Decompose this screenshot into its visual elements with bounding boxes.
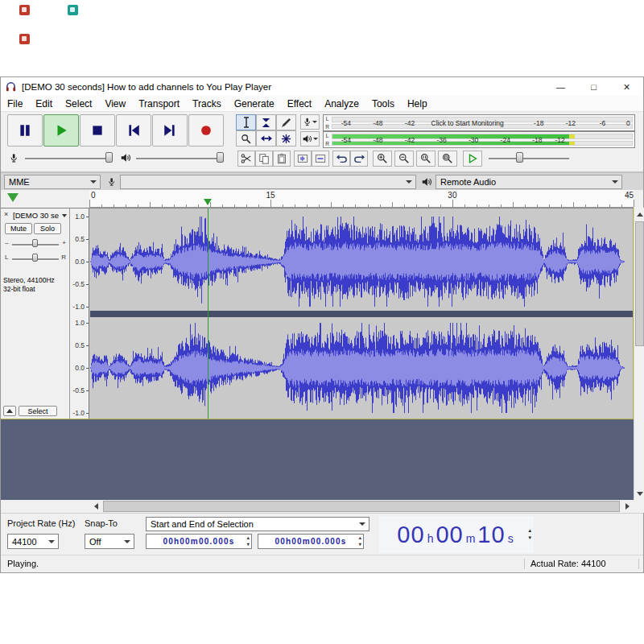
redo-button[interactable] — [350, 151, 368, 167]
undo-button[interactable] — [332, 151, 350, 167]
skip-to-end-button[interactable] — [152, 114, 188, 147]
slider-thumb[interactable] — [516, 152, 523, 163]
pause-icon — [18, 123, 32, 138]
selection-start-field[interactable]: 00h00m00.000s ▴▾ — [146, 534, 252, 549]
amplitude-tick — [86, 390, 89, 391]
slider-groove — [136, 158, 223, 159]
solo-button[interactable]: Solo — [34, 223, 61, 234]
timeline-tick — [609, 204, 610, 208]
menu-generate[interactable]: Generate — [228, 97, 281, 111]
horizontal-scroll-thumb[interactable] — [103, 501, 620, 512]
timeline-ruler[interactable]: 0153045 — [89, 190, 634, 208]
amplitude-ruler[interactable]: 1.00.50.0-0.5-1.01.00.50.0-0.5-1.0 — [70, 208, 89, 419]
zoom-tool-button[interactable] — [236, 130, 256, 147]
cut-button[interactable] — [237, 151, 255, 167]
mute-button[interactable]: Mute — [5, 223, 32, 234]
spinner-icon[interactable]: ▴▾ — [528, 526, 531, 541]
envelope-tool-icon — [261, 118, 271, 128]
copy-button[interactable] — [255, 151, 273, 167]
menu-edit[interactable]: Edit — [29, 97, 59, 111]
selection-tool-icon — [242, 117, 251, 128]
play-button[interactable] — [43, 114, 79, 147]
paste-button[interactable] — [273, 151, 291, 167]
arrow-left-icon — [94, 503, 98, 510]
minimize-button[interactable]: — — [544, 77, 577, 96]
amplitude-tick — [86, 284, 89, 285]
slider-thumb[interactable] — [32, 254, 38, 262]
play-speed-slider[interactable] — [487, 151, 571, 165]
record-button[interactable] — [188, 114, 224, 147]
track-collapse-button[interactable] — [3, 406, 16, 416]
waveform-canvas[interactable] — [90, 208, 634, 419]
horizontal-scrollbar[interactable] — [1, 500, 634, 513]
gain-slider[interactable]: – + — [5, 238, 66, 250]
skip-to-start-button[interactable] — [116, 114, 151, 147]
zoom-in-button[interactable] — [373, 151, 392, 167]
zoom-out-button[interactable] — [394, 151, 414, 167]
audio-host-select[interactable]: MME — [4, 175, 101, 189]
output-device-icon — [421, 176, 432, 188]
zoom-fit-button[interactable] — [438, 151, 457, 167]
slider-thumb[interactable] — [105, 152, 113, 163]
timeshift-tool-button[interactable] — [256, 130, 276, 147]
stop-button[interactable] — [80, 114, 115, 147]
zoom-selection-button[interactable] — [416, 151, 436, 167]
audio-position-display[interactable]: 00 h 00 m 10 s ▴▾ — [379, 516, 534, 553]
menu-analyze[interactable]: Analyze — [318, 97, 365, 111]
scroll-left-button[interactable] — [89, 500, 102, 513]
arrow-up-icon — [637, 213, 643, 217]
selection-tool-button[interactable] — [236, 114, 256, 130]
snap-to-select[interactable]: Off — [85, 534, 134, 549]
pause-button[interactable] — [7, 114, 43, 147]
scroll-right-button[interactable] — [621, 500, 634, 513]
track-title[interactable]: [DEMO 30 se — [13, 211, 61, 220]
recording-device-select[interactable] — [120, 175, 416, 189]
silence-audio-button[interactable] — [312, 151, 329, 167]
timeline-tick — [89, 200, 90, 207]
recording-meter[interactable]: L R Click to Start Monitoring -54-48-42-… — [323, 114, 635, 131]
trim-audio-button[interactable] — [294, 151, 312, 167]
close-button[interactable]: × — [610, 77, 643, 96]
track-menu-icon[interactable] — [62, 214, 67, 217]
menu-view[interactable]: View — [98, 97, 132, 111]
scroll-down-button[interactable] — [634, 487, 644, 500]
play-at-speed-icon — [467, 153, 478, 164]
menu-effect[interactable]: Effect — [281, 97, 318, 111]
menu-tracks[interactable]: Tracks — [186, 97, 228, 111]
spinner-icon[interactable]: ▴▾ — [359, 535, 362, 547]
scroll-up-button[interactable] — [634, 208, 644, 221]
track-close-button[interactable]: × — [4, 210, 8, 218]
maximize-button[interactable]: □ — [577, 77, 610, 96]
timeline-label: 0 — [91, 191, 96, 200]
menu-file[interactable]: File — [1, 97, 29, 111]
menu-tools[interactable]: Tools — [365, 97, 401, 111]
record-meter-button[interactable] — [300, 114, 320, 130]
slider-thumb[interactable] — [32, 239, 38, 247]
selection-end-field[interactable]: 00h00m00.000s ▴▾ — [258, 534, 364, 549]
monitoring-message[interactable]: Click to Start Monitoring — [431, 118, 504, 126]
menu-select[interactable]: Select — [59, 97, 98, 111]
menu-help[interactable]: Help — [401, 97, 434, 111]
pinned-play-head-button[interactable] — [7, 193, 19, 202]
playback-device-select[interactable]: Remote Audio — [436, 175, 622, 189]
selection-mode-select[interactable]: Start and End of Selection — [146, 517, 369, 531]
pan-slider[interactable]: L R — [5, 253, 66, 264]
vertical-scroll-thumb[interactable] — [635, 221, 644, 346]
timeline-tick — [404, 204, 405, 208]
vertical-scrollbar[interactable] — [634, 208, 644, 500]
status-divider — [524, 559, 525, 569]
track-empty-area — [1, 419, 634, 500]
slider-thumb[interactable] — [217, 152, 224, 163]
play-at-speed-button[interactable] — [463, 151, 482, 167]
playback-meter[interactable]: L R -54-48-42-36-30-24-18-12 — [323, 131, 635, 148]
play-meter-button[interactable] — [300, 131, 320, 147]
playback-volume-slider[interactable] — [134, 151, 225, 165]
menu-transport[interactable]: Transport — [132, 97, 186, 111]
recording-volume-slider[interactable] — [23, 151, 114, 165]
track-select-button[interactable]: Select — [19, 406, 57, 416]
multi-tool-button[interactable] — [276, 130, 296, 147]
draw-tool-button[interactable] — [276, 114, 296, 130]
project-rate-select[interactable]: 44100 — [7, 534, 59, 549]
envelope-tool-button[interactable] — [256, 114, 276, 130]
spinner-icon[interactable]: ▴▾ — [247, 535, 250, 547]
